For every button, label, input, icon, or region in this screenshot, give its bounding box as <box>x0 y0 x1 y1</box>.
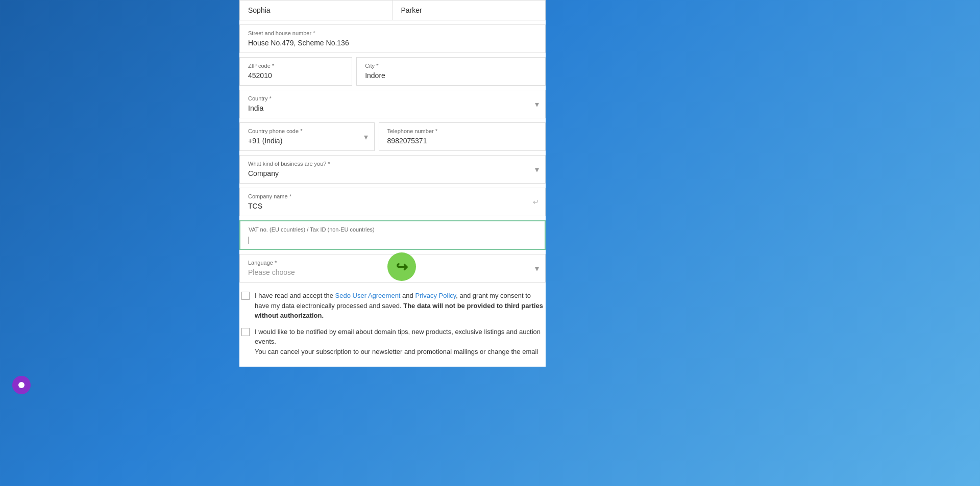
phone-row: Country phone code * +91 (India) ▾ Telep… <box>239 122 546 151</box>
consent1-checkbox[interactable] <box>241 292 250 300</box>
country-phone-code-value: +91 (India) <box>248 137 282 145</box>
consent2-row: I would like to be notified by email abo… <box>241 327 544 357</box>
street-value: House No.479, Scheme No.136 <box>248 39 349 47</box>
registration-form: Sophia Parker Street and house number * … <box>239 0 546 367</box>
company-name-field[interactable]: Company name * TCS ↵ <box>239 188 546 216</box>
sedo-user-agreement-link[interactable]: Sedo User Agreement <box>335 292 401 299</box>
consent1-row: I have read and accept the Sedo User Agr… <box>241 291 544 321</box>
street-field[interactable]: Street and house number * House No.479, … <box>239 24 546 53</box>
country-value: India <box>248 104 263 112</box>
vat-field[interactable]: VAT no. (EU countries) / Tax ID (non-EU … <box>239 220 546 250</box>
country-field[interactable]: Country * India ▾ <box>239 90 546 118</box>
vat-cursor <box>249 237 249 244</box>
business-type-dropdown-icon[interactable]: ▾ <box>535 165 539 174</box>
city-label: City * <box>365 63 537 69</box>
telephone-label: Telephone number * <box>387 128 537 134</box>
consent2-checkbox[interactable] <box>241 328 250 336</box>
consent2-text2: You can cancel your subscription to our … <box>255 348 538 355</box>
business-type-value: Company <box>248 169 279 177</box>
privacy-policy-link[interactable]: Privacy Policy <box>415 292 456 299</box>
zip-city-row: ZIP code * 452010 City * Indore <box>239 57 546 86</box>
consent2-text: I would like to be notified by email abo… <box>255 327 544 357</box>
telephone-field[interactable]: Telephone number * 8982075371 <box>379 122 546 151</box>
last-name-field[interactable]: Parker <box>393 0 546 20</box>
language-dropdown-icon[interactable]: ▾ <box>535 264 539 273</box>
country-dropdown-icon[interactable]: ▾ <box>535 99 539 109</box>
first-name-field[interactable]: Sophia <box>239 0 393 20</box>
green-cursor-overlay <box>387 252 416 281</box>
name-row: Sophia Parker <box>239 0 546 20</box>
phone-code-dropdown-icon[interactable]: ▾ <box>364 132 368 142</box>
consent1-text: I have read and accept the Sedo User Agr… <box>255 291 544 321</box>
consent1-text1: I have read and accept the <box>255 292 335 299</box>
zip-field[interactable]: ZIP code * 452010 <box>239 57 352 86</box>
zip-value: 452010 <box>248 71 272 80</box>
language-value: Please choose <box>248 268 295 276</box>
country-label: Country * <box>248 95 537 101</box>
company-name-value: TCS <box>248 202 262 210</box>
consent2-text1: I would like to be notified by email abo… <box>255 328 541 346</box>
telephone-value: 8982075371 <box>387 137 427 145</box>
company-name-enter-icon: ↵ <box>533 198 539 206</box>
vat-label: VAT no. (EU countries) / Tax ID (non-EU … <box>249 226 536 233</box>
city-field[interactable]: City * Indore <box>356 57 546 86</box>
first-name-value: Sophia <box>248 6 271 14</box>
company-name-label: Company name * <box>248 193 537 199</box>
purple-dot <box>12 376 31 394</box>
last-name-value: Parker <box>401 6 422 14</box>
consent-section: I have read and accept the Sedo User Agr… <box>239 291 546 356</box>
zip-label: ZIP code * <box>248 63 344 69</box>
business-type-field[interactable]: What kind of business are you? * Company… <box>239 155 546 184</box>
city-value: Indore <box>365 71 385 80</box>
purple-dot-inner <box>18 382 24 388</box>
street-label: Street and house number * <box>248 30 537 36</box>
country-phone-code-label: Country phone code * <box>248 128 366 134</box>
consent1-text2: and <box>400 292 415 299</box>
country-phone-code-field[interactable]: Country phone code * +91 (India) ▾ <box>239 122 375 151</box>
business-type-label: What kind of business are you? * <box>248 161 537 167</box>
